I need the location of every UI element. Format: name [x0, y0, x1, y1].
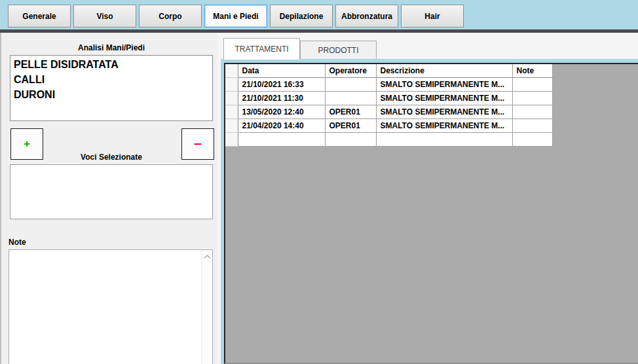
cell-note[interactable] — [512, 91, 552, 105]
cell-descrizione[interactable] — [376, 132, 512, 146]
analysis-listbox[interactable]: PELLE DISIDRATATA CALLI DURONI — [10, 55, 213, 121]
note-scrollbar[interactable] — [201, 250, 212, 364]
analysis-label: Analisi Mani/Piedi — [10, 43, 213, 52]
column-header-note[interactable]: Note — [512, 64, 552, 77]
table-row: 21/04/2020 14:40 OPER01 SMALTO SEMIPERMA… — [225, 118, 552, 132]
column-header-data[interactable]: Data — [238, 64, 325, 77]
row-selector[interactable] — [225, 77, 238, 91]
column-header-descrizione[interactable]: Descrizione — [376, 64, 512, 77]
plus-icon: + — [24, 137, 30, 151]
cell-descrizione[interactable]: SMALTO SEMIPERMANENTE M... — [376, 91, 512, 105]
row-selector[interactable] — [225, 132, 238, 146]
row-selector[interactable] — [225, 105, 238, 118]
tab-hair[interactable]: Hair — [401, 5, 464, 27]
tab-mani-e-piedi[interactable]: Mani e Piedi — [204, 5, 267, 27]
cell-operatore[interactable]: OPER01 — [325, 118, 376, 132]
tab-generale[interactable]: Generale — [8, 5, 71, 27]
cell-note[interactable] — [512, 105, 552, 118]
remove-button[interactable]: − — [181, 128, 214, 160]
column-header-operatore[interactable]: Operatore — [325, 64, 376, 77]
cell-descrizione[interactable]: SMALTO SEMIPERMANENTE M... — [376, 118, 512, 132]
cell-operatore[interactable] — [325, 132, 376, 146]
treatments-table: Data Operatore Descrizione Note 21/10/20… — [225, 64, 553, 147]
table-row: 21/10/2021 11:30 SMALTO SEMIPERMANENTE M… — [225, 91, 552, 105]
main-tab-bar: Generale Viso Corpo Mani e Piedi Depilaz… — [0, 0, 638, 33]
window-left-border — [0, 33, 1, 364]
cell-operatore[interactable] — [325, 77, 376, 91]
tab-abbronzatura[interactable]: Abbronzatura — [335, 5, 398, 27]
corner-header[interactable] — [225, 64, 238, 77]
cell-operatore[interactable]: OPER01 — [325, 105, 376, 118]
tab-trattamenti[interactable]: TRATTAMENTI — [223, 38, 300, 60]
row-selector[interactable] — [225, 91, 238, 105]
header-row: Data Operatore Descrizione Note — [225, 64, 552, 77]
cell-note[interactable] — [512, 77, 552, 91]
row-selector[interactable] — [225, 118, 238, 132]
table-row: 21/10/2021 16:33 SMALTO SEMIPERMANENTE M… — [225, 77, 552, 91]
note-label: Note — [9, 238, 26, 247]
cell-note[interactable] — [512, 132, 552, 146]
note-textarea[interactable] — [9, 250, 200, 364]
note-box — [9, 249, 213, 364]
cell-operatore[interactable] — [325, 91, 376, 105]
cell-data[interactable]: 21/04/2020 14:40 — [238, 118, 325, 132]
list-item[interactable]: CALLI — [10, 72, 212, 87]
cell-data[interactable]: 21/10/2021 16:33 — [238, 77, 325, 91]
treatments-grid: Data Operatore Descrizione Note 21/10/20… — [224, 63, 638, 364]
grid-frame: Data Operatore Descrizione Note 21/10/20… — [221, 59, 638, 364]
list-item[interactable]: DURONI — [10, 87, 212, 102]
cell-data[interactable]: 13/05/2020 12:40 — [238, 105, 325, 118]
scroll-up-icon — [204, 255, 211, 259]
tab-corpo[interactable]: Corpo — [139, 5, 202, 27]
cell-data[interactable] — [238, 132, 325, 146]
table-row: 13/05/2020 12:40 OPER01 SMALTO SEMIPERMA… — [225, 105, 552, 118]
cell-data[interactable]: 21/10/2021 11:30 — [238, 91, 325, 105]
list-item[interactable]: PELLE DISIDRATATA — [10, 57, 212, 72]
tab-prodotti[interactable]: PRODOTTI — [300, 41, 377, 60]
cell-descrizione[interactable]: SMALTO SEMIPERMANENTE M... — [376, 77, 512, 91]
tab-viso[interactable]: Viso — [73, 5, 136, 27]
selected-items-listbox[interactable] — [10, 164, 213, 219]
app-window: Generale Viso Corpo Mani e Piedi Depilaz… — [0, 0, 638, 364]
cell-descrizione[interactable]: SMALTO SEMIPERMANENTE M... — [376, 105, 512, 118]
minus-icon: − — [194, 141, 202, 147]
table-row-new — [225, 132, 552, 146]
cell-note[interactable] — [512, 118, 552, 132]
tab-depilazione[interactable]: Depilazione — [270, 5, 333, 27]
